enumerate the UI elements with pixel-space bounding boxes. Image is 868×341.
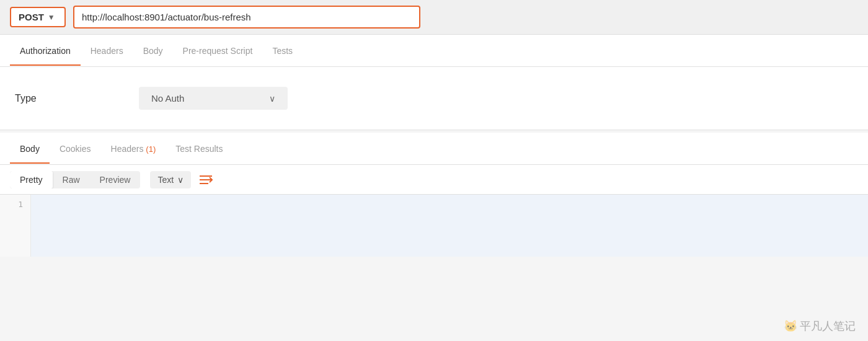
tab-authorization[interactable]: Authorization	[10, 36, 81, 66]
format-chevron-icon: ∨	[177, 175, 184, 185]
auth-type-label: Type	[15, 93, 139, 104]
format-value: Text	[157, 175, 174, 185]
response-tab-body[interactable]: Body	[10, 134, 50, 164]
response-tab-cookies[interactable]: Cookies	[50, 134, 101, 164]
top-bar: POST ▼	[0, 0, 868, 35]
response-tabs: Body Cookies Headers (1) Test Results	[0, 133, 868, 165]
code-content[interactable]	[31, 195, 868, 257]
method-label: POST	[19, 12, 44, 22]
view-tab-preview[interactable]: Preview	[90, 171, 141, 188]
auth-type-value: No Auth	[151, 93, 184, 104]
view-tab-pretty[interactable]: Pretty	[10, 171, 53, 188]
auth-chevron-icon: ∨	[269, 94, 275, 104]
code-editor: 1	[0, 195, 868, 257]
tab-body[interactable]: Body	[133, 36, 173, 66]
line-number: 1	[7, 200, 23, 209]
view-tabs: Pretty Raw Preview	[10, 171, 140, 188]
response-body-toolbar: Pretty Raw Preview Text ∨	[0, 165, 868, 195]
tab-pre-request-script[interactable]: Pre-request Script	[173, 36, 263, 66]
url-input[interactable]	[73, 6, 420, 29]
headers-badge: (1)	[146, 144, 156, 154]
auth-section: Type No Auth ∨	[0, 67, 868, 130]
line-numbers: 1	[0, 195, 31, 257]
method-dropdown[interactable]: POST ▼	[10, 7, 66, 27]
tab-tests[interactable]: Tests	[262, 36, 303, 66]
format-dropdown[interactable]: Text ∨	[150, 171, 191, 188]
tab-headers[interactable]: Headers	[81, 36, 133, 66]
wrap-icon[interactable]	[196, 170, 218, 190]
auth-type-dropdown[interactable]: No Auth ∨	[139, 87, 288, 110]
request-tabs: Authorization Headers Body Pre-request S…	[0, 35, 868, 67]
response-tab-headers[interactable]: Headers (1)	[101, 134, 166, 164]
view-tab-raw[interactable]: Raw	[53, 171, 90, 188]
response-tab-test-results[interactable]: Test Results	[166, 134, 232, 164]
method-chevron-icon: ▼	[48, 13, 55, 22]
watermark: 🐱 平凡人笔记	[784, 319, 856, 334]
